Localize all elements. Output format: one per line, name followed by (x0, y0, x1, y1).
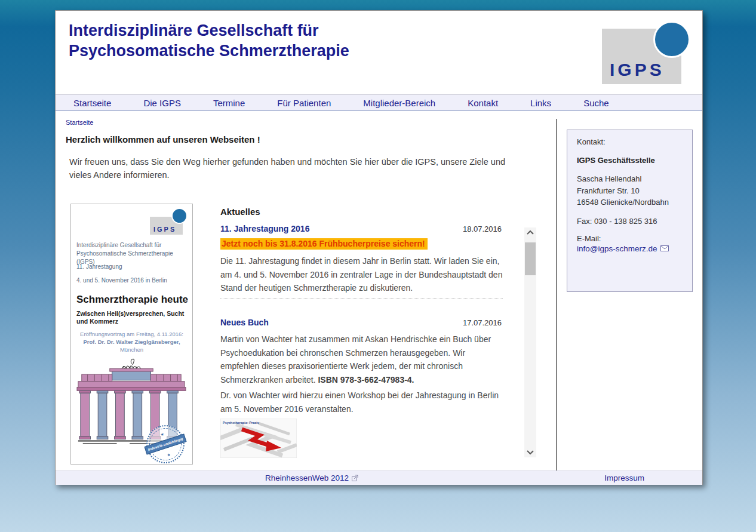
contact-address: Sascha Hellendahl Frankfurter Str. 10 16… (577, 173, 686, 208)
news-item-2-body: Martin von Wachter hat zusammen mit Aska… (220, 333, 503, 386)
igps-logo-text: IGPS (610, 60, 665, 80)
flyer-organisation: Interdisziplinäre Gesellschaft für Psych… (76, 241, 185, 266)
desktop-background: { "header": { "title_line1": "Interdiszi… (0, 0, 756, 532)
nav-startseite[interactable]: Startseite (73, 98, 111, 108)
flyer-subtitle: Zwischen Heil(s)versprechen, Sucht und K… (76, 310, 185, 325)
nav-fuer-patienten[interactable]: Für Patienten (277, 98, 331, 108)
contact-email-label: E-Mail: (577, 234, 686, 243)
news-item-2-body2: Dr. von Wachter wird hierzu einen Worksh… (220, 389, 503, 416)
contact-name: Sascha Hellendahl (577, 173, 686, 185)
flyer-date-location: 4. und 5. November 2016 in Berlin (76, 277, 167, 284)
news-separator (220, 298, 503, 299)
breadcrumb[interactable]: Startseite (66, 119, 93, 126)
scrollbar-down-button[interactable] (524, 447, 536, 457)
envelope-icon (660, 245, 669, 251)
content-divider (556, 119, 557, 471)
nav-termine[interactable]: Termine (213, 98, 245, 108)
contact-city: 16548 Glienicke/Nordbahn (577, 196, 686, 208)
news-item-1-title[interactable]: 11. Jahrestagung 2016 (220, 224, 309, 233)
news-item-1-body: Die 11. Jahrestagung findet in diesem Ja… (220, 254, 503, 295)
page-title: Herzlich willkommen auf unseren Webseite… (66, 134, 260, 144)
flyer-event: 11. Jahrestagung (76, 263, 122, 270)
flyer-opening-line2: Prof. Dr. Dr. Walter Zieglgänsberger, (71, 339, 192, 345)
footer-impressum-link[interactable]: Impressum (604, 473, 644, 482)
chevron-up-icon (526, 230, 534, 235)
contact-street: Frankfurter Str. 10 (577, 185, 686, 197)
contact-label: Kontakt: (577, 137, 686, 146)
news-item-2-title[interactable]: Neues Buch (220, 318, 269, 327)
contact-fax: Fax: 030 - 138 825 316 (577, 217, 686, 226)
nav-links[interactable]: Links (530, 98, 551, 108)
footer-credit-link[interactable]: RheinhessenWeb 2012 (265, 473, 358, 482)
flyer-igps-logo-circle-icon (171, 208, 188, 224)
nav-kontakt[interactable]: Kontakt (468, 98, 498, 108)
site-title: Interdisziplinäre Gesellschaft für Psych… (69, 20, 349, 61)
conference-flyer[interactable]: IGPS Interdisziplinäre Gesellschaft für … (70, 204, 193, 465)
news-scrollbar[interactable] (524, 227, 536, 457)
scrollbar-thumb[interactable] (525, 242, 536, 275)
news-item-2-isbn: ISBN 978-3-662-47983-4. (318, 375, 414, 385)
book-cover-image[interactable]: Psychotherapie: Praxis (220, 419, 297, 458)
news-section-title: Aktuelles (220, 207, 260, 217)
chevron-down-icon (526, 450, 534, 455)
flyer-title: Schmerztherapie heute (76, 294, 188, 306)
contact-email-link[interactable]: info@igps-schmerz.de (577, 244, 686, 253)
welcome-paragraph: Wir freuen uns, dass Sie den Weg hierher… (69, 155, 518, 182)
external-link-icon (352, 475, 358, 481)
flyer-igps-logo-text: IGPS (153, 226, 176, 233)
nav-die-igps[interactable]: Die IGPS (143, 98, 181, 108)
nav-suche[interactable]: Suche (583, 98, 609, 108)
flyer-opening-line3: München (71, 346, 192, 353)
footer-bar: RheinhessenWeb 2012 Impressum (56, 471, 702, 485)
footer-credit-text: RheinhessenWeb 2012 (265, 473, 349, 482)
news-item-1-highlight: Jetzt noch bis 31.8.2016 Frühbucherpreis… (220, 238, 428, 250)
contact-email-text: info@igps-schmerz.de (577, 244, 657, 253)
site-title-line2: Psychosomatische Schmerztherapie (69, 41, 349, 61)
flyer-opening-line1: Eröffnungsvortrag am Freitag, 4.11.2016: (71, 331, 192, 337)
main-navigation: Startseite Die IGPS Termine Für Patiente… (56, 94, 702, 111)
scrollbar-up-button[interactable] (524, 227, 536, 238)
contact-office: IGPS Geschäftsstelle (577, 156, 686, 165)
site-window: Interdisziplinäre Gesellschaft für Psych… (55, 10, 703, 485)
site-title-line1: Interdisziplinäre Gesellschaft für (69, 20, 349, 41)
nav-mitglieder-bereich[interactable]: Mitglieder-Bereich (363, 98, 435, 108)
contact-box: Kontakt: IGPS Geschäftsstelle Sascha Hel… (567, 130, 693, 292)
news-item-2-date: 17.07.2016 (463, 318, 502, 327)
igps-logo-circle-icon (653, 21, 690, 58)
news-item-1-date: 18.07.2016 (463, 225, 502, 233)
book-cover-series-label: Psychotherapie: Praxis (223, 421, 259, 425)
